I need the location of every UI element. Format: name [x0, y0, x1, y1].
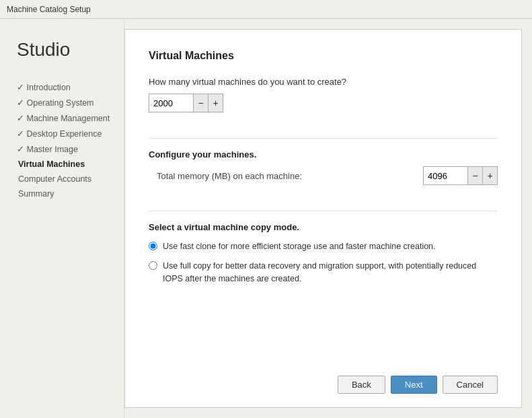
fast-clone-radio[interactable] — [149, 242, 157, 250]
full-copy-label[interactable]: Use full copy for better data recovery a… — [163, 260, 498, 285]
configure-title: Configure your machines. — [149, 149, 498, 160]
page-title: Virtual Machines — [149, 50, 498, 62]
footer-buttons: Back Next Cancel — [338, 376, 498, 394]
sidebar-item-introduction[interactable]: Introduction — [17, 79, 110, 95]
sidebar-nav: Introduction Operating System Machine Ma… — [17, 79, 110, 201]
main-container: Studio Introduction Operating System Mac… — [0, 19, 532, 418]
copy-mode-title: Select a virtual machine copy mode. — [149, 222, 498, 232]
radio-option-fast-clone: Use fast clone for more efficient storag… — [149, 240, 498, 253]
next-button[interactable]: Next — [391, 376, 437, 394]
memory-increment-button[interactable]: + — [482, 167, 497, 184]
memory-row: Total memory (MB) on each machine: − + — [149, 166, 498, 185]
sidebar-item-virtual-machines[interactable]: Virtual Machines — [18, 157, 110, 172]
back-button[interactable]: Back — [338, 376, 385, 394]
sidebar-item-desktop-experience[interactable]: Desktop Experience — [17, 126, 110, 141]
sidebar-item-summary[interactable]: Summary — [18, 186, 110, 201]
title-bar-label: Machine Catalog Setup — [7, 5, 91, 14]
configure-section: Configure your machines. Total memory (M… — [149, 149, 498, 185]
divider-1 — [149, 138, 498, 139]
radio-option-full-copy: Use full copy for better data recovery a… — [149, 260, 498, 285]
sidebar: Studio Introduction Operating System Mac… — [0, 19, 124, 418]
title-bar: Machine Catalog Setup — [0, 0, 532, 19]
full-copy-radio[interactable] — [149, 261, 157, 270]
sidebar-item-machine-management[interactable]: Machine Management — [17, 110, 110, 126]
vm-count-label: How many virtual machines do you want to… — [149, 77, 498, 87]
copy-mode-section: Select a virtual machine copy mode. Use … — [149, 222, 498, 291]
sidebar-item-computer-accounts[interactable]: Computer Accounts — [18, 172, 110, 186]
vm-count-decrement-button[interactable]: − — [193, 94, 208, 112]
cancel-button[interactable]: Cancel — [443, 376, 498, 394]
fast-clone-label[interactable]: Use fast clone for more efficient storag… — [163, 240, 436, 253]
memory-input-group: − + — [423, 166, 498, 185]
memory-decrement-button[interactable]: − — [467, 167, 482, 184]
vm-count-input-group: − + — [149, 94, 223, 112]
sidebar-item-master-image[interactable]: Master Image — [17, 141, 110, 157]
divider-2 — [149, 211, 498, 211]
memory-label: Total memory (MB) on each machine: — [149, 171, 302, 181]
sidebar-title: Studio — [17, 39, 110, 61]
vm-count-row: − + — [149, 94, 498, 112]
memory-input[interactable] — [424, 167, 467, 184]
vm-count-increment-button[interactable]: + — [208, 94, 223, 112]
vm-count-input[interactable] — [149, 94, 193, 112]
content-area: Virtual Machines How many virtual machin… — [124, 29, 522, 408]
sidebar-item-operating-system[interactable]: Operating System — [17, 95, 110, 110]
